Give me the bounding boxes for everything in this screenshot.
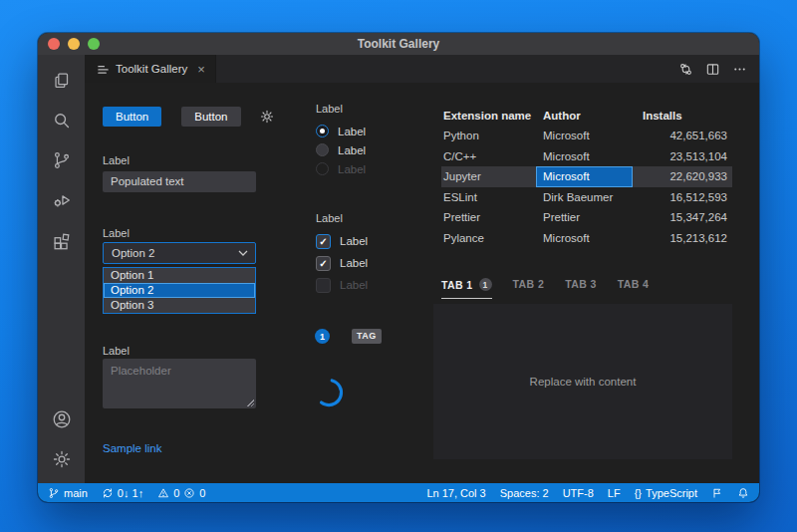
sample-link[interactable]: Sample link	[103, 442, 161, 454]
radio-group-label: Label	[316, 103, 343, 115]
tab-count-badge: 1	[479, 278, 492, 291]
more-actions-icon[interactable]	[732, 62, 747, 77]
compare-changes-icon[interactable]	[678, 62, 693, 77]
button-row: Button Button	[103, 107, 275, 127]
text-field-input[interactable]: Populated text	[103, 171, 256, 192]
search-icon	[51, 110, 73, 132]
notifications-indicator[interactable]	[730, 487, 749, 499]
table-row[interactable]: C/C++ Microsoft 23,513,104	[441, 146, 732, 167]
braces-icon: {}	[635, 487, 642, 499]
checkbox-group: ✓ Label ✓ Label Label	[316, 230, 368, 296]
chevron-down-icon	[238, 250, 248, 256]
warning-icon	[157, 487, 169, 499]
tab-label: Toolkit Gallery	[116, 63, 187, 75]
gear-icon-button[interactable]	[259, 109, 275, 125]
split-editor-icon[interactable]	[705, 62, 720, 77]
vscode-window: Toolkit Gallery	[38, 33, 759, 502]
cursor-position[interactable]: Ln 17, Col 3	[426, 487, 492, 499]
radio-disabled-icon	[316, 162, 329, 175]
radio-option-unchecked[interactable]: Label	[316, 140, 366, 159]
sync-indicator[interactable]: 0↓ 1↑	[95, 487, 150, 499]
secondary-button[interactable]: Button	[181, 107, 240, 127]
table-header-row: Extension name Author Installs	[441, 105, 732, 126]
bell-icon	[737, 487, 749, 499]
checkbox-checked-focused[interactable]: ✓ Label	[316, 230, 368, 252]
dropdown-option-2-selected[interactable]: Option 2	[104, 283, 255, 298]
cell-name: ESLint	[441, 191, 536, 203]
cell-installs: 15,347,264	[633, 211, 732, 223]
dropdown-listbox: Option 1 Option 2 Option 3	[103, 267, 256, 314]
feedback-indicator[interactable]	[704, 487, 730, 499]
checkbox-checked-icon: ✓	[316, 234, 331, 249]
cell-author: Microsoft	[536, 146, 633, 167]
checkbox-checked[interactable]: ✓ Label	[316, 252, 368, 274]
sidebar-item-run-debug[interactable]	[38, 180, 85, 220]
problems-indicator[interactable]: 0 0	[150, 487, 212, 499]
zoom-window-button[interactable]	[88, 38, 100, 50]
cell-author-selected[interactable]: Microsoft	[536, 166, 633, 187]
header-author: Author	[536, 105, 633, 126]
indentation-indicator[interactable]: Spaces: 2	[493, 487, 556, 499]
panel-tab-1[interactable]: TAB 1 1	[441, 278, 492, 299]
checkbox-checked-icon: ✓	[316, 256, 331, 271]
cell-name: C/C++	[441, 150, 536, 162]
primary-button[interactable]: Button	[103, 107, 161, 127]
close-tab-icon[interactable]: ×	[197, 62, 205, 77]
table-row[interactable]: Prettier Prettier 15,347,264	[441, 207, 732, 228]
cell-author: Prettier	[536, 207, 633, 228]
table-row[interactable]: Python Microsoft 42,651,663	[441, 126, 732, 146]
sidebar-item-extensions[interactable]	[38, 220, 85, 260]
cell-installs: 16,512,593	[633, 191, 732, 203]
resize-grip-icon[interactable]	[246, 399, 254, 406]
sidebar-item-search[interactable]	[38, 101, 85, 140]
panel-tabs: TAB 1 1 TAB 2 TAB 3 TAB 4	[441, 278, 649, 299]
tab-toolkit-gallery[interactable]: Toolkit Gallery ×	[85, 55, 216, 83]
editor-tab-bar: Toolkit Gallery ×	[85, 55, 759, 83]
dropdown-option-3[interactable]: Option 3	[104, 298, 255, 313]
panel-tab-2[interactable]: TAB 2	[513, 278, 545, 298]
dropdown-value: Option 2	[104, 247, 238, 259]
radio-checked-icon	[316, 125, 329, 137]
panel-tab-3[interactable]: TAB 3	[565, 278, 597, 298]
branch-indicator[interactable]: main	[48, 487, 95, 499]
preview-icon	[97, 63, 110, 76]
radio-option-checked[interactable]: Label	[316, 122, 366, 140]
encoding-indicator[interactable]: UTF-8	[556, 487, 601, 499]
close-window-button[interactable]	[48, 38, 60, 50]
cell-installs: 15,213,612	[633, 232, 732, 244]
checkbox-disabled: Label	[316, 274, 368, 296]
eol-indicator[interactable]: LF	[601, 487, 628, 499]
radio-unchecked-icon	[316, 143, 329, 156]
window-title: Toolkit Gallery	[38, 37, 759, 51]
debug-icon	[51, 189, 73, 211]
panel-placeholder-text: Replace with content	[530, 376, 637, 388]
sidebar-item-explorer[interactable]	[38, 61, 85, 101]
toolkit-gallery-webview: Button Button Label Populated text Label…	[85, 83, 759, 483]
dropdown-select[interactable]: Option 2	[103, 242, 256, 264]
account-icon	[51, 408, 73, 430]
progress-ring-icon	[313, 377, 345, 408]
language-indicator[interactable]: {} TypeScript	[628, 487, 704, 499]
sync-icon	[102, 487, 114, 499]
panel-tab-4[interactable]: TAB 4	[618, 278, 650, 298]
sidebar-item-account[interactable]	[38, 399, 85, 439]
sidebar-item-settings[interactable]	[38, 439, 85, 479]
source-control-icon	[51, 149, 73, 171]
minimize-window-button[interactable]	[68, 38, 80, 50]
table-row[interactable]: Pylance Microsoft 15,213,612	[441, 228, 732, 249]
cell-author: Microsoft	[536, 228, 633, 249]
radio-group: Label Label Label	[316, 122, 366, 178]
files-icon	[51, 70, 73, 92]
cell-name: Python	[441, 130, 536, 141]
dropdown-option-1[interactable]: Option 1	[104, 268, 255, 283]
cell-name: Jupyter	[441, 170, 536, 182]
table-row[interactable]: ESLint Dirk Baeumer 16,512,593	[441, 187, 732, 208]
cell-installs: 23,513,104	[633, 150, 732, 162]
header-extension-name: Extension name	[441, 110, 536, 122]
text-area-input[interactable]: Placeholder	[103, 359, 256, 408]
table-row-selected[interactable]: Jupyter Microsoft 22,620,933	[441, 166, 732, 187]
traffic-lights	[48, 38, 100, 50]
text-field-label: Label	[103, 154, 130, 166]
sidebar-item-source-control[interactable]	[38, 140, 85, 180]
count-badge: 1	[315, 329, 330, 344]
